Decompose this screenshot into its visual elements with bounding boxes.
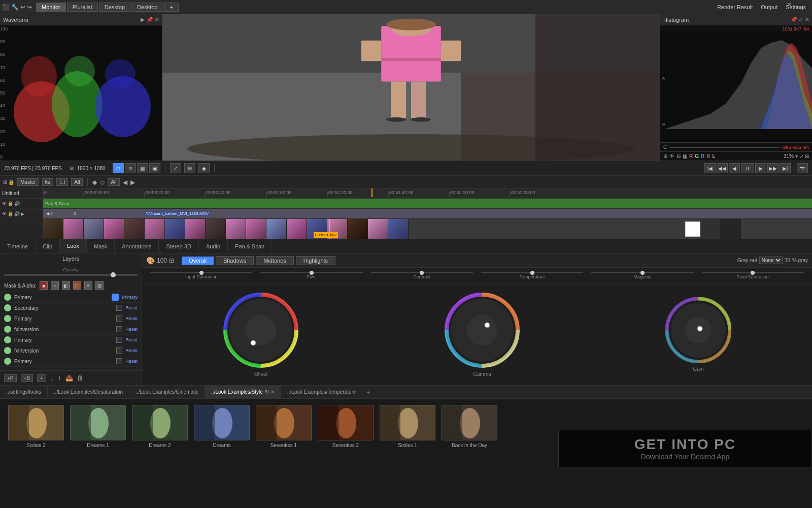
tab-desktop-1[interactable]: Desktop (99, 3, 130, 12)
track-lock-2[interactable]: 🔒 (8, 211, 13, 216)
wheel-offset-svg[interactable] (223, 292, 299, 368)
slider-thumb-5[interactable] (751, 271, 755, 275)
layer-eye-0[interactable] (4, 294, 11, 301)
mask-icon-3[interactable]: ◐ (62, 281, 70, 290)
hist-icon2[interactable]: ▦ (683, 153, 687, 159)
opacity-track[interactable] (4, 274, 138, 276)
go-end-btn[interactable]: ▶| (780, 163, 791, 173)
next-marker-btn[interactable]: ▶ (130, 179, 135, 186)
hist-close-icon[interactable]: ✕ (805, 17, 809, 22)
play-pause-btn[interactable]: ⏸ (741, 163, 754, 173)
ch-G[interactable]: G (695, 153, 699, 159)
diamond-icon2[interactable]: ◇ (100, 179, 105, 186)
add-btn[interactable]: + (37, 374, 46, 382)
look-thumb-2[interactable]: Dreams 2 (132, 405, 188, 448)
look-close-icon[interactable]: ✕ (270, 389, 275, 395)
layer-eye-6[interactable] (4, 358, 11, 365)
slider-track-3[interactable] (481, 272, 583, 273)
diamond-icon[interactable]: ◆ (92, 179, 97, 186)
view-mode-2[interactable]: ⊙ (125, 163, 136, 173)
mask-icon-5[interactable]: ≡ (84, 281, 92, 290)
layer-check-2[interactable] (116, 315, 122, 322)
camera-btn[interactable]: 📷 (797, 163, 808, 173)
compare-btn[interactable]: ⊞ (184, 163, 195, 173)
6s-btn[interactable]: 6s (42, 178, 54, 186)
layer-eye-4[interactable] (4, 336, 11, 343)
layer-export[interactable]: 📤 (65, 374, 73, 382)
mark-btn[interactable]: ◆ (198, 163, 210, 173)
look-tab-1[interactable]: ../Look Examples/Desaturation (48, 386, 129, 398)
opacity-thumb[interactable] (111, 272, 116, 277)
waveform-close-icon[interactable]: ✕ (155, 17, 159, 22)
slider-thumb-3[interactable] (530, 271, 534, 275)
layer-eye-5[interactable] (4, 347, 11, 354)
go-start-btn[interactable]: |◀ (704, 163, 716, 173)
look-tab-add[interactable]: + (362, 388, 374, 396)
tab-annotations[interactable]: Annotations (115, 239, 159, 253)
layer-eye-1[interactable] (4, 304, 11, 311)
slider-track-1[interactable] (260, 272, 362, 273)
slider-thumb-0[interactable] (199, 271, 204, 275)
layer-reset-3[interactable]: Reset (125, 327, 138, 332)
tab-mask[interactable]: Mask (87, 239, 115, 253)
layer-reset-4[interactable]: Reset (125, 337, 138, 342)
scope-icon[interactable]: ⊞ (663, 153, 667, 159)
layer-move-down[interactable]: ↓ (50, 374, 54, 382)
prev-marker-btn[interactable]: ◀ (123, 179, 127, 186)
slider-thumb-4[interactable] (640, 271, 645, 275)
view-mode-1[interactable]: □ (113, 163, 124, 173)
slider-track-0[interactable] (150, 272, 252, 273)
zoom-fit-icon[interactable]: ⤢ (799, 153, 803, 159)
mask-icon-6[interactable]: ⊞ (95, 281, 104, 290)
color-mode-icon-3[interactable]: ⊞ (169, 257, 174, 264)
layer-reset-0[interactable]: Primary (122, 295, 138, 300)
hist-expand-icon[interactable]: ⤢ (799, 17, 803, 22)
look-thumb-5[interactable]: Seventies 2 (318, 405, 374, 448)
wheel-gamma-svg[interactable] (444, 292, 520, 368)
view-mode-4[interactable]: ▣ (149, 163, 160, 173)
layer-check-1[interactable] (116, 305, 122, 311)
step-back-btn[interactable]: ◀ (729, 163, 740, 173)
tab-desktop-2[interactable]: Desktop (131, 3, 163, 12)
view-mode-3[interactable]: ▦ (137, 163, 148, 173)
slider-thumb-2[interactable] (420, 271, 424, 275)
next-btn[interactable]: ▶▶ (767, 163, 779, 173)
il-btn[interactable]: I..I (56, 178, 68, 186)
layer-check-6[interactable] (116, 358, 122, 364)
menu-output[interactable]: Output (761, 4, 777, 10)
track-lock[interactable]: 🔒 (8, 201, 13, 206)
layer-trash[interactable]: 🗑 (77, 374, 83, 382)
mask-icon-1[interactable]: ■ (40, 281, 48, 290)
track-eye-2[interactable]: 👁 (2, 211, 7, 216)
mask-icon-2[interactable]: ○ (51, 281, 59, 290)
tab-clip[interactable]: Clip (36, 239, 60, 253)
tab-look[interactable]: Look (60, 239, 87, 253)
look-thumb-0[interactable]: Sixties 2 (8, 405, 64, 448)
slider-track-5[interactable] (702, 272, 804, 273)
layer-reset-2[interactable]: Reset (125, 316, 138, 321)
track-type[interactable]: ▶ (21, 211, 24, 216)
icon-3[interactable]: ↩ (20, 4, 25, 11)
menu-render-result[interactable]: Render Result (717, 4, 753, 10)
layer-reset-6[interactable]: Reset (125, 359, 138, 364)
zoom-btn[interactable]: ⤢ (170, 163, 181, 173)
icon-1[interactable]: ⬛ (2, 4, 10, 11)
tab-add[interactable]: + (164, 3, 179, 12)
tab-panscan[interactable]: Pan & Scan (228, 239, 272, 253)
layer-eye-2[interactable] (4, 315, 11, 322)
wheel-gain-svg[interactable] (665, 297, 731, 363)
ch-R2[interactable]: R (706, 153, 710, 159)
zoom-icon2[interactable]: ⊞ (805, 153, 809, 159)
look-thumb-1[interactable]: Dreams 1 (70, 405, 126, 448)
icon-4[interactable]: ↪ (27, 4, 32, 11)
master-dropdown[interactable]: Master (17, 178, 39, 186)
layer-eye-3[interactable] (4, 326, 11, 333)
slider-track-2[interactable] (371, 272, 473, 273)
tab-timeline[interactable]: Timeline (0, 239, 36, 253)
gray-out-select[interactable]: None (759, 257, 783, 264)
track-clip-content[interactable]: ◀ 0 0 ©Vincent_Laforet_MVI_1383.MOV (43, 209, 812, 219)
layer-move-up[interactable]: ↑ (58, 374, 61, 382)
hist-pin-icon[interactable]: 📌 (791, 17, 797, 22)
track-audio[interactable]: 🔊 (14, 201, 20, 206)
track-content-panscan[interactable]: Pan & Scan (43, 199, 812, 209)
